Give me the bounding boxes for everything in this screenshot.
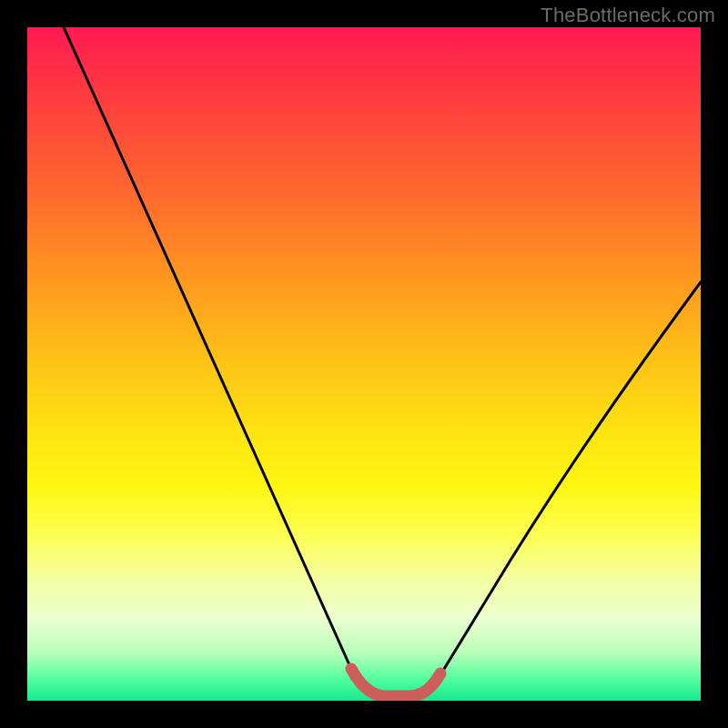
chart-frame: TheBottleneck.com [0,0,728,728]
flat-region-marker [351,669,440,696]
plot-area [27,27,701,701]
bottleneck-curve [27,27,701,701]
curve-path [64,27,701,697]
watermark-text: TheBottleneck.com [541,4,715,27]
